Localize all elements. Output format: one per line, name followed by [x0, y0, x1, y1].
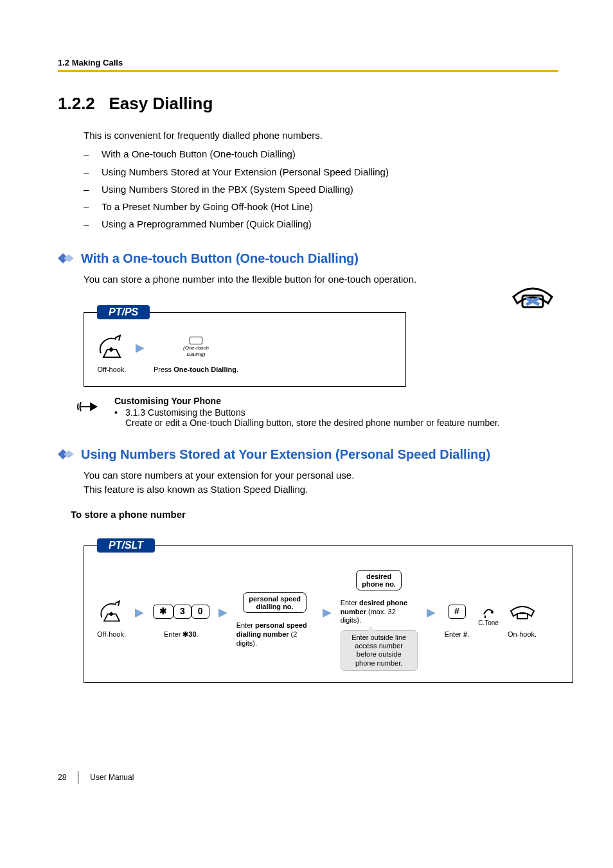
page-number: 28: [58, 773, 66, 782]
key-3: 3: [173, 605, 191, 619]
list-item: To a Preset Number by Going Off-hook (Ho…: [84, 199, 558, 214]
subsection-heading: With a One-touch Button (One-touch Diall…: [81, 251, 359, 266]
step-label: Enter ✱30.: [153, 630, 209, 639]
note-title: Customising Your Phone: [114, 396, 500, 406]
offhook-icon: [97, 334, 127, 360]
arrow-icon: ▶: [427, 605, 436, 619]
intro-list: With a One-touch Button (One-touch Diall…: [84, 146, 558, 231]
list-item: Using a Preprogrammed Number (Quick Dial…: [84, 217, 558, 231]
procedure-box-ptslt: PT/SLT Off-hook. ▶ ✱ 3 0: [84, 545, 573, 683]
subsection-body: This feature is also known as Station Sp…: [84, 484, 308, 495]
psd-number-box: personal speeddialling no.: [243, 592, 306, 613]
subsection-body: You can store a phone number into the fl…: [84, 272, 558, 287]
footer-label: User Manual: [90, 773, 134, 782]
list-item: With a One-touch Button (One-touch Diall…: [84, 146, 558, 161]
callout-note: Enter outside line access number before …: [341, 630, 418, 671]
step-label: Off-hook.: [97, 630, 126, 639]
note-line: 3.1.3 Customising the Buttons: [125, 407, 500, 418]
subsection-body: You can store numbers at your extension …: [84, 470, 354, 481]
procedure-box-ptps: PT/PS Off-hook. ▶ (One-: [84, 312, 406, 387]
step-label: On-hook.: [508, 630, 537, 639]
svg-marker-8: [109, 612, 113, 616]
onhook-icon: [508, 602, 537, 621]
onetouch-button-icon: (One-touch Dialling): [183, 337, 209, 357]
confirmation-tone-icon: C.Tone: [478, 605, 499, 628]
section-number: 1.2.2: [58, 94, 95, 113]
intro-lead: This is convenient for frequently dialle…: [84, 128, 558, 143]
svg-point-9: [491, 611, 493, 614]
arrow-icon: ▶: [323, 605, 332, 619]
page-footer: 28 User Manual: [58, 771, 134, 784]
step-label: Enter personal speed dialling number (2 …: [236, 621, 314, 648]
header-rule: [58, 70, 558, 72]
key-0: 0: [191, 605, 209, 619]
step-label: Enter desired phone number (max. 32 digi…: [341, 599, 418, 625]
arrow-icon: ▶: [218, 605, 227, 619]
diamond-bullet-icon: [58, 449, 76, 459]
box-label: PT/SLT: [97, 538, 155, 553]
box-label: PT/PS: [97, 305, 150, 319]
desired-number-box: desiredphone no.: [356, 570, 402, 590]
arrow-icon: ▶: [135, 605, 144, 619]
list-item: Using Numbers Stored at Your Extension (…: [84, 164, 558, 179]
subsection-heading: Using Numbers Stored at Your Extension (…: [81, 447, 490, 462]
section-title: 1.2.2 Easy Dialling: [58, 94, 558, 114]
list-item: Using Numbers Stored in the PBX (System …: [84, 182, 558, 197]
key-star: ✱: [153, 605, 173, 619]
pointing-hand-icon: [77, 397, 105, 416]
running-header: 1.2 Making Calls: [58, 58, 558, 67]
note-line: Create or edit a One-touch Dialling butt…: [125, 418, 500, 428]
svg-rect-11: [517, 614, 528, 619]
svg-marker-5: [109, 347, 114, 352]
arrow-icon: ▶: [136, 341, 145, 355]
offhook-icon: [98, 599, 125, 624]
section-name: Easy Dialling: [109, 94, 213, 113]
step-label: Press One-touch Dialling.: [154, 366, 238, 375]
phone-device-icon: [507, 274, 558, 312]
key-hash: #: [448, 605, 466, 619]
procedure-title: To store a phone number: [71, 509, 558, 520]
diamond-bullet-icon: [58, 253, 76, 263]
step-label: Enter #.: [445, 630, 470, 639]
step-label: Off-hook.: [97, 366, 127, 375]
bullet-icon: •: [114, 407, 118, 428]
